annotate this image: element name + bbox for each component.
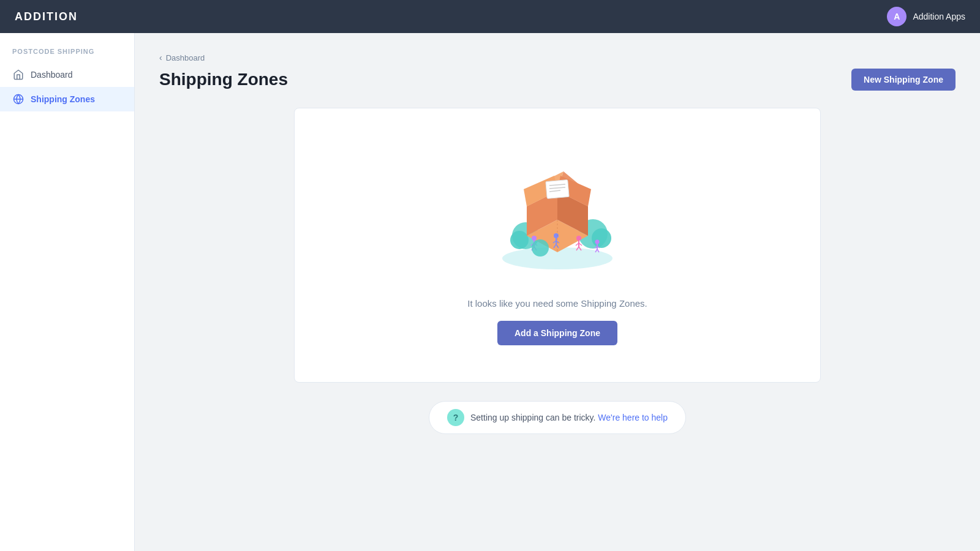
breadcrumb-label: Dashboard (166, 53, 205, 62)
sidebar-item-dashboard[interactable]: Dashboard (0, 62, 134, 87)
svg-point-24 (554, 233, 559, 238)
help-link[interactable]: We're here to help (598, 413, 668, 422)
empty-state-message: It looks like you need some Shipping Zon… (467, 298, 647, 309)
user-name: Addition Apps (913, 12, 965, 21)
svg-point-4 (510, 231, 529, 249)
svg-point-42 (532, 239, 549, 257)
sidebar-section-label: POSTCODE SHIPPING (0, 48, 134, 62)
add-shipping-zone-button[interactable]: Add a Shipping Zone (497, 321, 617, 345)
user-avatar: A (887, 7, 907, 26)
empty-state-card: It looks like you need some Shipping Zon… (294, 108, 821, 383)
svg-point-18 (532, 236, 537, 241)
empty-state-illustration (484, 145, 631, 280)
page-header: Shipping Zones New Shipping Zone (159, 69, 956, 91)
breadcrumb[interactable]: ‹ Dashboard (159, 53, 956, 62)
sidebar-item-shipping-zones-label: Shipping Zones (31, 94, 95, 104)
sidebar-item-dashboard-label: Dashboard (31, 70, 73, 80)
help-text: Setting up shipping can be tricky. We're… (470, 413, 668, 422)
help-icon: ? (447, 409, 464, 426)
svg-rect-14 (546, 179, 569, 198)
globe-icon (12, 93, 24, 105)
help-banner: ? Setting up shipping can be tricky. We'… (429, 401, 686, 434)
page-title: Shipping Zones (159, 70, 288, 89)
svg-point-36 (595, 240, 600, 244)
user-menu[interactable]: A Addition Apps (887, 7, 965, 26)
svg-point-6 (592, 228, 611, 248)
app-logo: ADDITION (15, 10, 78, 23)
top-navigation: ADDITION A Addition Apps (0, 0, 980, 33)
svg-point-30 (576, 236, 581, 241)
sidebar-item-shipping-zones[interactable]: Shipping Zones (0, 87, 134, 111)
main-content: ‹ Dashboard Shipping Zones New Shipping … (135, 33, 980, 551)
breadcrumb-arrow-icon: ‹ (159, 53, 162, 62)
new-shipping-zone-button[interactable]: New Shipping Zone (851, 69, 956, 91)
sidebar: POSTCODE SHIPPING Dashboard Shipping Zon… (0, 33, 135, 551)
home-icon (12, 69, 24, 81)
